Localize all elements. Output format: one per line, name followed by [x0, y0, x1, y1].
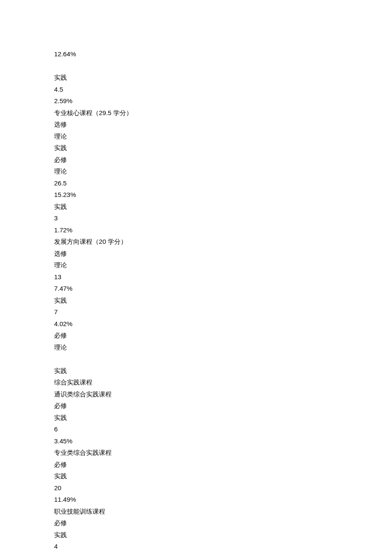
document-page: 12.64% 实践 4.5 2.59% 专业核心课程（29.5 学分） 选修 理…: [0, 0, 392, 555]
text-line: 13: [54, 271, 392, 283]
text-line: 选修: [54, 248, 392, 260]
text-line: 必修: [54, 517, 392, 529]
text-line: 必修: [54, 459, 392, 471]
text-line: 选修: [54, 119, 392, 130]
text-line: 必修: [54, 400, 392, 412]
text-line: 15.23%: [54, 189, 392, 201]
blank-line: [54, 353, 392, 365]
text-line: 实践: [54, 529, 392, 541]
text-line: 必修: [54, 154, 392, 166]
text-line: 理论: [54, 165, 392, 177]
text-line: 实践: [54, 365, 392, 377]
text-line: 发展方向课程（20 学分）: [54, 236, 392, 248]
text-line: 4.5: [54, 84, 392, 95]
text-line: 实践: [54, 72, 392, 84]
text-line: 实践: [54, 142, 392, 154]
text-line: 11.49%: [54, 494, 392, 506]
text-line: 4: [54, 541, 392, 552]
text-line: 3.45%: [54, 435, 392, 447]
text-line: 26.5: [54, 177, 392, 189]
text-line: 2.59%: [54, 95, 392, 107]
text-line: 理论: [54, 130, 392, 142]
text-line: 通识类综合实践课程: [54, 388, 392, 400]
text-line: 实践: [54, 412, 392, 424]
text-line: 7: [54, 306, 392, 318]
text-line: 3: [54, 212, 392, 224]
blank-line: [54, 60, 392, 72]
text-line: 职业技能训练课程: [54, 506, 392, 517]
text-line: 6: [54, 423, 392, 435]
text-line: 理论: [54, 259, 392, 271]
text-line: 实践: [54, 201, 392, 213]
text-line: 实践: [54, 470, 392, 482]
text-line: 理论: [54, 341, 392, 353]
text-line: 专业类综合实践课程: [54, 447, 392, 459]
text-line: 综合实践课程: [54, 376, 392, 388]
text-line: 12.64%: [54, 48, 392, 60]
text-line: 2.30%: [54, 552, 392, 555]
text-line: 20: [54, 482, 392, 494]
text-line: 必修: [54, 330, 392, 341]
text-line: 实践: [54, 295, 392, 306]
text-line: 1.72%: [54, 224, 392, 236]
text-line: 4.02%: [54, 318, 392, 330]
text-line: 专业核心课程（29.5 学分）: [54, 107, 392, 119]
text-line: 7.47%: [54, 283, 392, 295]
